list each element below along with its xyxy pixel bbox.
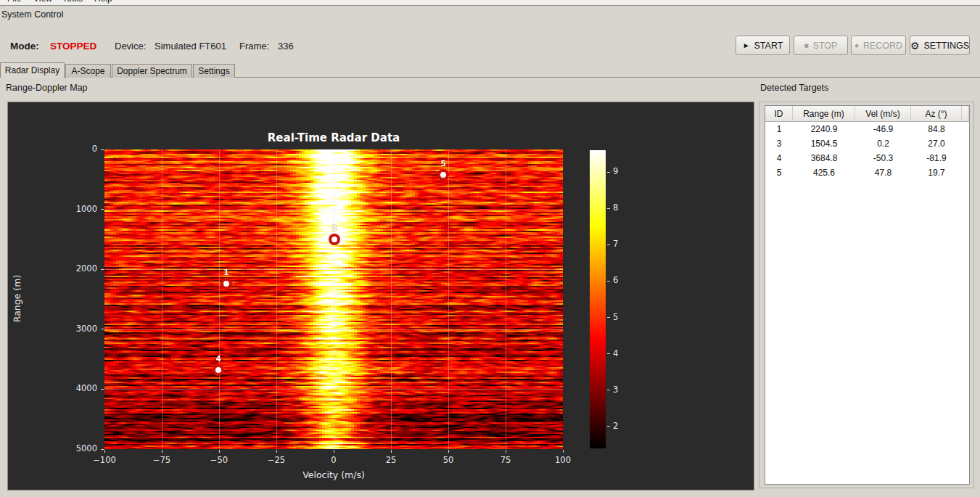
colorbar-tick-mark [607,245,610,245]
x-tick-label: −75 [140,455,184,465]
y-tick-label: 0 [8,144,97,154]
record-button-label: RECORD [863,41,902,51]
system-control-group: System Control Mode: STOPPED Device: Sim… [0,6,980,62]
play-icon: ► [743,42,750,49]
colorbar-tick-label: 2 [613,421,618,431]
target-marker-label: 4 [210,354,226,363]
table-row[interactable]: 5425.647.819.7 [765,165,969,180]
menu-item-tools[interactable]: Tools [62,0,83,4]
colorbar-tick-label: 4 [613,348,618,358]
tab-settings[interactable]: Settings [193,64,235,78]
target-marker [221,278,232,289]
menu-item-file[interactable]: File [7,0,21,4]
mode-label: Mode: [10,41,39,52]
tab-a-scope[interactable]: A-Scope [65,64,111,78]
settings-button-label: SETTINGS [924,41,970,51]
table-cell: -81.9 [911,151,962,165]
table-cell: 3 [765,136,793,151]
x-tick-mark [219,450,220,453]
y-tick-mark [101,269,104,270]
device-label: Device: [115,41,146,52]
y-tick-mark [101,389,104,390]
record-icon: ● [855,42,859,49]
tab-doppler-spectrum[interactable]: Doppler Spectrum [112,64,192,78]
column-header-vel-m-s[interactable]: Vel (m/s) [855,106,911,122]
mode-value: STOPPED [50,41,96,52]
colorbar-tick-mark [607,353,610,354]
column-header-range-m[interactable]: Range (m) [793,106,855,122]
stop-icon: ■ [804,42,809,49]
target-marker-label: 3 [326,223,342,232]
colorbar-tick-label: 6 [613,275,618,285]
stop-button: ■STOP [794,36,848,55]
x-tick-mark [506,450,506,453]
colorbar-tick-label: 9 [613,166,618,176]
x-tick-label: −100 [83,455,126,465]
column-header-id[interactable]: ID [765,106,793,122]
x-tick-label: 0 [312,455,355,465]
x-tick-label: 100 [541,455,585,465]
table-cell: 1 [765,122,793,136]
table-cell: 47.8 [855,165,911,180]
stop-button-label: STOP [813,41,838,51]
target-marker-label: 5 [435,159,451,168]
x-tick-mark [334,450,334,453]
gear-icon: ⚙ [910,41,920,51]
x-tick-label: −25 [255,455,298,465]
range-doppler-map-title: Range-Doppler Map [6,83,88,93]
table-cell: -50.3 [855,151,911,165]
table-row[interactable]: 31504.50.227.0 [765,136,969,151]
table-cell: 84.8 [911,122,962,136]
tab-radar-display[interactable]: Radar Display [0,62,65,78]
device-value: Simulated FT601 [155,41,226,52]
colorbar-tick-mark [607,317,610,318]
record-button: ●RECORD [851,36,906,55]
colorbar-tick-mark [607,281,610,282]
heatmap-canvas [104,149,563,449]
x-tick-mark [276,450,277,453]
x-tick-mark [162,450,162,453]
x-tick-label: 25 [369,455,413,465]
colorbar-tick-mark [607,426,610,427]
colorbar-tick-label: 8 [613,202,618,213]
colorbar-tick-label: 3 [613,385,618,395]
x-tick-mark [563,450,564,453]
target-marker [329,234,340,245]
table-row[interactable]: 12240.9-46.984.8 [765,122,969,136]
x-tick-label: −50 [197,455,241,465]
column-header-filler [962,106,969,122]
detected-targets-table[interactable]: IDRange (m)Vel (m/s)Az (°)12240.9-46.984… [765,105,970,485]
x-tick-mark [104,450,105,453]
table-row[interactable]: 43684.8-50.3-81.9 [765,151,969,165]
column-header-az[interactable]: Az (°) [911,106,962,122]
y-tick-mark [101,149,104,150]
table-cell: 425.6 [793,165,855,180]
table-cell: 4 [765,151,793,165]
frame-label: Frame: [239,41,269,52]
detected-targets-group: IDRange (m)Vel (m/s)Az (°)12240.9-46.984… [759,102,974,488]
y-tick-mark [101,449,104,450]
target-marker-label: 1 [218,268,234,276]
y-tick-mark [101,209,104,210]
menu-item-help[interactable]: Help [94,0,112,4]
table-cell: 1504.5 [793,136,855,151]
start-button-label: START [754,41,783,51]
menu-bar: FileViewToolsHelp [0,0,980,6]
settings-button[interactable]: ⚙SETTINGS [910,36,970,55]
colorbar-tick-mark [607,390,610,390]
menu-item-view[interactable]: View [33,0,52,4]
table-cell: 3684.8 [793,151,855,165]
colorbar-tick-label: 7 [613,239,618,249]
detected-targets-title: Detected Targets [760,83,828,93]
start-button[interactable]: ►START [736,36,790,55]
y-tick-mark [101,329,104,329]
table-header-row: IDRange (m)Vel (m/s)Az (°) [765,106,969,122]
x-tick-label: 75 [484,455,527,465]
x-tick-mark [391,450,392,453]
y-tick-label: 5000 [8,443,97,453]
table-cell: 5 [765,165,793,180]
chart-title: Real-Time Radar Data [104,131,563,144]
table-cell: 19.7 [911,165,962,180]
table-cell: 27.0 [911,136,962,151]
colorbar-tick-mark [607,208,610,209]
